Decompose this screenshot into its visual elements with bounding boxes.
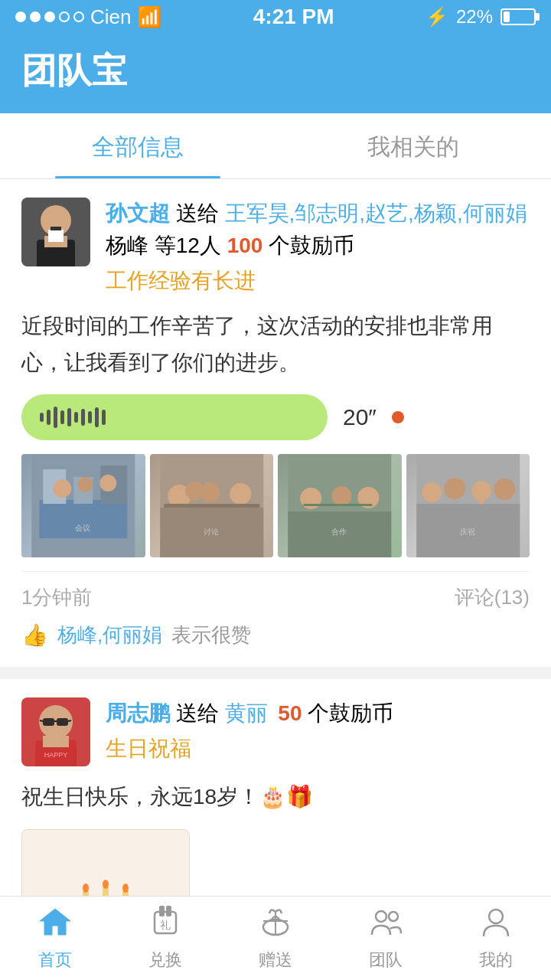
photo-2-svg: 讨论	[150, 454, 274, 557]
post-header-2: HAPPY 周志鹏 送给 黄丽 50 个鼓励币 生日祝福	[21, 697, 530, 766]
svg-point-33	[444, 478, 465, 499]
wave-bar-2	[47, 410, 51, 425]
send-text-2: 送给	[176, 701, 219, 725]
app-title: 团队宝	[21, 47, 530, 95]
svg-text:会议: 会议	[75, 524, 90, 532]
nav-team-label: 团队	[369, 949, 403, 972]
post-meta-2: 周志鹏 送给 黄丽 50 个鼓励币 生日祝福	[106, 697, 530, 766]
svg-point-12	[77, 477, 93, 492]
wave-bars-1	[40, 407, 106, 428]
tab-my-related[interactable]: 我相关的	[276, 113, 551, 178]
nav-gift-label: 赠送	[259, 949, 292, 972]
wave-bar-6	[74, 412, 78, 423]
wave-bar-7	[81, 409, 85, 426]
nav-exchange[interactable]: 礼 兑换	[110, 897, 220, 980]
coin-amount-1: 100	[227, 234, 263, 257]
status-time: 4:21 PM	[253, 5, 334, 29]
svg-point-19	[230, 483, 251, 505]
svg-rect-7	[39, 500, 127, 538]
nav-home[interactable]: 首页	[0, 897, 110, 980]
svg-point-32	[422, 482, 442, 502]
recipients-1: 王军昊,邹志明,赵艺,杨颖,何丽娟	[225, 201, 527, 225]
wave-bar-4	[60, 410, 64, 424]
nav-me-label: 我的	[479, 949, 513, 972]
wave-bar-5	[67, 408, 71, 426]
me-icon	[479, 906, 513, 944]
nav-me[interactable]: 我的	[441, 897, 551, 980]
exchange-icon: 礼	[148, 906, 182, 944]
coin-amount-2: 50	[278, 701, 302, 725]
wave-bar-1	[40, 413, 44, 422]
photo-1[interactable]: 会议	[21, 454, 145, 557]
nav-exchange-label: 兑换	[148, 949, 182, 972]
more-recipients-1: 杨峰 等12人	[106, 234, 221, 257]
post-comments-1[interactable]: 评论(13)	[455, 584, 530, 611]
photo-3[interactable]: 合作	[278, 454, 402, 557]
sender-name-1: 孙文超	[106, 201, 170, 225]
dot4	[59, 11, 70, 22]
me-svg	[479, 906, 513, 936]
carrier-label: Cien	[90, 5, 131, 29]
audio-bar-1[interactable]	[21, 394, 328, 440]
svg-rect-43	[43, 718, 54, 726]
dot2	[30, 11, 41, 22]
svg-point-71	[376, 911, 386, 922]
photo-4-svg: 庆祝	[406, 454, 530, 557]
svg-point-73	[489, 910, 503, 923]
wave-bar-10	[102, 410, 106, 425]
svg-text:讨论: 讨论	[204, 528, 219, 536]
nav-team[interactable]: 团队	[331, 897, 441, 980]
svg-point-72	[389, 912, 398, 921]
post-sender-2: 周志鹏 送给 黄丽 50 个鼓励币	[106, 697, 530, 730]
coin-unit-1: 个鼓励币	[269, 234, 354, 257]
photo-4[interactable]: 庆祝	[406, 454, 530, 557]
audio-recording-dot-1	[392, 411, 404, 423]
gift-icon	[259, 906, 292, 944]
svg-point-35	[494, 479, 515, 500]
status-right: ⚡ 22%	[425, 6, 536, 28]
category-tag-2: 生日祝福	[106, 734, 530, 763]
photo-1-svg: 会议	[21, 454, 145, 557]
post-meta-1: 孙文超 送给 王军昊,邹志明,赵艺,杨颖,何丽娟 杨峰 等12人 100 个鼓励…	[106, 198, 530, 296]
likers-1: 杨峰,何丽娟	[57, 622, 162, 648]
likes-row-1: 👍 杨峰,何丽娟 表示很赞	[21, 622, 530, 648]
svg-point-13	[99, 475, 116, 492]
photo-2[interactable]: 讨论	[150, 454, 274, 557]
svg-marker-63	[40, 909, 70, 935]
team-icon	[369, 906, 403, 944]
battery-icon	[500, 8, 536, 25]
svg-rect-42	[43, 736, 69, 747]
like-icon-1[interactable]: 👍	[21, 622, 48, 648]
wifi-icon: 📶	[137, 5, 161, 29]
exchange-svg: 礼	[148, 906, 182, 936]
like-text-1: 表示很赞	[171, 622, 251, 648]
battery-fill	[504, 11, 510, 22]
svg-text:礼: 礼	[160, 919, 171, 931]
nav-gift[interactable]: 赠送	[220, 897, 331, 980]
post-time-1: 1分钟前	[21, 584, 92, 611]
tab-all-info[interactable]: 全部信息	[0, 113, 276, 178]
dot5	[73, 11, 84, 22]
team-svg	[369, 906, 403, 936]
sender-name-2: 周志鹏	[106, 701, 170, 725]
post-content-1: 近段时间的工作辛苦了，这次活动的安排也非常用心，让我看到了你们的进步。	[21, 308, 530, 381]
tabs-bar: 全部信息 我相关的	[0, 113, 551, 179]
svg-point-26	[331, 486, 351, 506]
avatar-2-svg: HAPPY	[21, 697, 90, 766]
post-header-1: 孙文超 送给 王军昊,邹志明,赵艺,杨颖,何丽娟 杨峰 等12人 100 个鼓励…	[21, 198, 530, 296]
svg-text:合作: 合作	[331, 528, 347, 536]
post-card-1: 孙文超 送给 王军昊,邹志明,赵艺,杨颖,何丽娟 杨峰 等12人 100 个鼓励…	[0, 179, 551, 667]
svg-rect-5	[51, 227, 61, 230]
wave-bar-8	[88, 411, 92, 423]
post-footer-1: 1分钟前 评论(13)	[21, 571, 530, 611]
svg-line-46	[40, 720, 43, 721]
signal-dots	[15, 11, 84, 22]
home-svg	[38, 906, 72, 936]
status-left: Cien 📶	[15, 5, 161, 29]
svg-rect-28	[303, 504, 372, 506]
audio-player-1[interactable]: 20″	[21, 394, 530, 440]
nav-home-label: 首页	[38, 949, 72, 972]
status-bar: Cien 📶 4:21 PM ⚡ 22%	[0, 0, 551, 34]
svg-text:HAPPY: HAPPY	[44, 751, 68, 759]
wave-bar-3	[54, 407, 57, 428]
